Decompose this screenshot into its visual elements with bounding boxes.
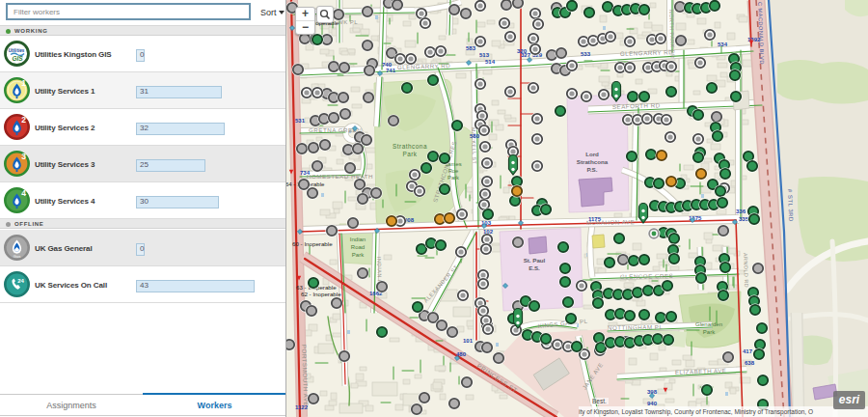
svg-text:St. Paul: St. Paul xyxy=(524,257,546,264)
svg-text:513: 513 xyxy=(479,52,490,58)
svg-text:Park: Park xyxy=(448,175,459,181)
svg-text:Strathcona: Strathcona xyxy=(393,143,427,150)
svg-text:ARNOLD RD: ARNOLD RD xyxy=(743,253,749,288)
svg-text:320: 320 xyxy=(517,48,528,54)
svg-text:Utilities: Utilities xyxy=(9,48,25,53)
svg-text:4: 4 xyxy=(21,188,26,198)
svg-text:60 - Inoperable: 60 - Inoperable xyxy=(292,240,333,247)
svg-text:531: 531 xyxy=(295,118,306,124)
svg-text:P.S.: P.S. xyxy=(587,166,598,173)
svg-text:Road: Road xyxy=(351,244,365,250)
svg-text:734: 734 xyxy=(300,170,311,176)
svg-text:741: 741 xyxy=(386,68,396,73)
svg-text:1175: 1175 xyxy=(588,216,602,222)
svg-text:62 - Inoperable: 62 - Inoperable xyxy=(301,291,341,297)
svg-text:1392: 1392 xyxy=(747,37,761,42)
svg-text:2: 2 xyxy=(21,115,26,125)
svg-text:580: 580 xyxy=(470,133,480,139)
svg-text:1: 1 xyxy=(21,78,26,88)
svg-text:Indian: Indian xyxy=(350,236,366,242)
svg-text:Roe: Roe xyxy=(448,168,459,174)
svg-text:Gas: Gas xyxy=(14,254,20,259)
svg-text:GLENCOE CRES: GLENCOE CRES xyxy=(620,272,673,280)
svg-text:3: 3 xyxy=(21,152,26,161)
svg-text:HOMESTEAD HEATH: HOMESTEAD HEATH xyxy=(307,173,373,180)
svg-text:NOTTINGHAM PL: NOTTINGHAM PL xyxy=(608,323,664,331)
svg-text:Park: Park xyxy=(352,252,365,258)
svg-text:24: 24 xyxy=(17,278,24,284)
svg-text:638: 638 xyxy=(745,360,755,366)
svg-text:E.S.: E.S. xyxy=(529,264,540,271)
svg-text:335: 335 xyxy=(739,216,749,222)
svg-text:514: 514 xyxy=(485,59,496,65)
svg-text:336: 336 xyxy=(736,208,746,214)
svg-text:Park: Park xyxy=(703,329,716,335)
svg-text:GIS: GIS xyxy=(12,55,23,62)
svg-text:1122: 1122 xyxy=(295,404,309,410)
svg-text:417: 417 xyxy=(743,348,753,354)
svg-text:583: 583 xyxy=(466,45,476,51)
svg-text:Park: Park xyxy=(402,151,417,157)
svg-text:534: 534 xyxy=(718,42,728,47)
svg-text:Glenarden: Glenarden xyxy=(695,321,722,327)
svg-text:Lord: Lord xyxy=(585,151,599,157)
svg-text:533: 533 xyxy=(581,51,591,57)
svg-text:# STL 3RD: # STL 3RD xyxy=(787,189,794,222)
svg-text:101: 101 xyxy=(463,338,474,344)
svg-text:Strathcona: Strathcona xyxy=(577,158,609,165)
